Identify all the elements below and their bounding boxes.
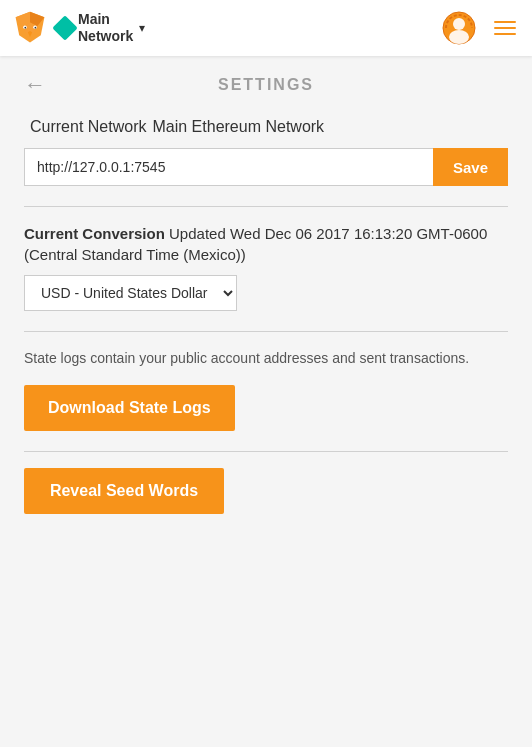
reveal-seed-words-section: Reveal Seed Words xyxy=(24,468,508,514)
page-title: SETTINGS xyxy=(218,76,314,94)
chevron-down-icon: ▾ xyxy=(139,21,145,35)
current-network-label: Current NetworkMain Ethereum Network xyxy=(24,118,508,136)
currency-select[interactable]: USD - United States DollarEUR - EuroGBP … xyxy=(24,275,237,311)
back-button[interactable]: ← xyxy=(24,72,46,98)
hamburger-line-1 xyxy=(494,21,516,23)
current-network-section: Current NetworkMain Ethereum Network Sav… xyxy=(24,118,508,186)
current-conversion-section: Current Conversion Updated Wed Dec 06 20… xyxy=(24,223,508,311)
svg-point-6 xyxy=(24,27,26,29)
network-url-input[interactable] xyxy=(24,148,433,186)
svg-point-10 xyxy=(453,18,465,30)
state-logs-description: State logs contain your public account a… xyxy=(24,348,508,369)
conversion-label: Current Conversion Updated Wed Dec 06 20… xyxy=(24,223,508,265)
navbar-right xyxy=(442,11,520,45)
state-logs-section: State logs contain your public account a… xyxy=(24,348,508,431)
network-sub: Network xyxy=(78,28,133,45)
navbar: Main Network ▾ xyxy=(0,0,532,56)
divider-1 xyxy=(24,206,508,207)
page-content: ← SETTINGS Current NetworkMain Ethereum … xyxy=(0,56,532,554)
download-state-logs-button[interactable]: Download State Logs xyxy=(24,385,235,431)
page-header: ← SETTINGS xyxy=(24,76,508,94)
fox-logo xyxy=(12,10,48,46)
account-icon[interactable] xyxy=(442,11,476,45)
divider-3 xyxy=(24,451,508,452)
hamburger-menu[interactable] xyxy=(490,17,520,39)
network-url-row: Save xyxy=(24,148,508,186)
diamond-icon xyxy=(52,15,77,40)
network-text: Main Network xyxy=(78,11,133,45)
svg-point-11 xyxy=(449,30,469,44)
reveal-seed-words-button[interactable]: Reveal Seed Words xyxy=(24,468,224,514)
network-selector[interactable]: Main Network ▾ xyxy=(56,11,145,45)
hamburger-line-2 xyxy=(494,27,516,29)
divider-2 xyxy=(24,331,508,332)
network-name: Main xyxy=(78,11,133,28)
save-button[interactable]: Save xyxy=(433,148,508,186)
svg-point-7 xyxy=(35,27,37,29)
hamburger-line-3 xyxy=(494,33,516,35)
